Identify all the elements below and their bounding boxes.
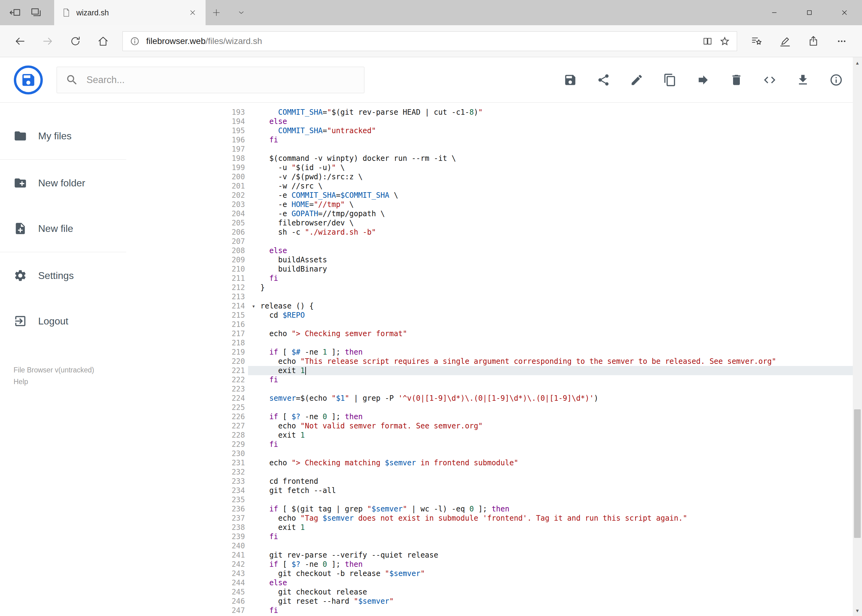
share-file-button[interactable]: [597, 73, 610, 87]
set-tabs-aside-button[interactable]: [8, 6, 22, 20]
code-line[interactable]: 201 -w //src \: [126, 181, 862, 191]
code-line[interactable]: 203 -e HOME="//tmp" \: [126, 200, 862, 209]
code-line[interactable]: 193 COMMIT_SHA="$(git rev-parse HEAD | c…: [126, 108, 862, 117]
tabs-set-aside-button[interactable]: [29, 6, 43, 20]
code-line[interactable]: 219 if [ $# -ne 1 ]; then: [126, 347, 862, 357]
code-line[interactable]: 245 git checkout release: [126, 588, 862, 597]
code-line[interactable]: 202 -e COMMIT_SHA=$COMMIT_SHA \: [126, 191, 862, 200]
help-link[interactable]: Help: [14, 376, 113, 388]
scrollbar-thumb[interactable]: [854, 409, 861, 538]
scroll-up-icon[interactable]: ▲: [853, 57, 862, 68]
code-line[interactable]: 239 fi: [126, 532, 862, 541]
save-button[interactable]: [564, 73, 577, 87]
scroll-down-icon[interactable]: ▼: [853, 605, 862, 616]
code-line[interactable]: 208 else: [126, 246, 862, 255]
hub-button[interactable]: [742, 30, 771, 53]
code-line[interactable]: 215 cd $REPO: [126, 311, 862, 320]
code-line[interactable]: 205 filebrowser/dev \: [126, 218, 862, 228]
sidebar-item-settings[interactable]: Settings: [0, 257, 126, 294]
page-scrollbar[interactable]: ▲ ▼: [853, 57, 862, 616]
code-line[interactable]: 207: [126, 237, 862, 246]
download-button[interactable]: [796, 73, 810, 87]
refresh-button[interactable]: [61, 30, 89, 53]
maximize-button[interactable]: [792, 0, 827, 25]
browser-tab[interactable]: wizard.sh: [54, 0, 206, 25]
tab-preview-toggle[interactable]: [232, 0, 251, 25]
code-view-button[interactable]: [763, 73, 777, 87]
reading-view-button[interactable]: [702, 35, 713, 47]
code-line[interactable]: 234 git fetch --all: [126, 486, 862, 495]
sidebar-item-logout[interactable]: Logout: [0, 303, 126, 339]
code-line[interactable]: 226 if [ $? -ne 0 ]; then: [126, 412, 862, 421]
code-line[interactable]: 246 git reset --hard "$semver": [126, 597, 862, 606]
new-tab-button[interactable]: [206, 0, 227, 25]
search-box[interactable]: Search...: [57, 67, 364, 93]
forward-button[interactable]: [34, 30, 61, 53]
close-button[interactable]: [827, 0, 862, 25]
rename-button[interactable]: [630, 73, 643, 87]
code-line[interactable]: 238 exit 1: [126, 523, 862, 532]
tab-close-icon[interactable]: [187, 7, 198, 18]
copy-button[interactable]: [663, 73, 677, 87]
code-line[interactable]: 232: [126, 467, 862, 477]
code-line[interactable]: 237 echo "Tag $semver does not exist in …: [126, 514, 862, 523]
code-line[interactable]: 209 buildAssets: [126, 255, 862, 264]
code-editor[interactable]: 193 COMMIT_SHA="$(git rev-parse HEAD | c…: [126, 103, 862, 616]
url-text[interactable]: filebrowser.web/files/wizard.sh: [146, 36, 696, 46]
fold-marker-icon[interactable]: ▾: [248, 302, 259, 311]
code-line[interactable]: 217 echo "> Checking semver format": [126, 329, 862, 338]
code-line[interactable]: 196 fi: [126, 135, 862, 145]
code-line[interactable]: 224 semver=$(echo "$1" | grep -P '^v(0|[…: [126, 394, 862, 403]
code-line[interactable]: 222 fi: [126, 375, 862, 384]
info-button[interactable]: [829, 73, 843, 87]
app-logo[interactable]: [14, 65, 43, 95]
code-line[interactable]: 214▾release () {: [126, 302, 862, 311]
code-line[interactable]: 195 COMMIT_SHA="untracked": [126, 126, 862, 135]
share-button-browser[interactable]: [799, 30, 827, 53]
home-button[interactable]: [89, 30, 117, 53]
code-line[interactable]: 243 git checkout -b release "$semver": [126, 569, 862, 578]
code-line[interactable]: 233 cd frontend: [126, 477, 862, 486]
code-line[interactable]: 242 if [ $? -ne 0 ]; then: [126, 560, 862, 569]
code-line[interactable]: 240: [126, 541, 862, 550]
code-line[interactable]: 229 fi: [126, 440, 862, 449]
code-line[interactable]: 218: [126, 338, 862, 347]
code-line[interactable]: 227 echo "Not valid semver format. See s…: [126, 421, 862, 431]
favorite-button[interactable]: [719, 35, 731, 47]
code-line[interactable]: 213: [126, 292, 862, 302]
code-line[interactable]: 198 $(command -v winpty) docker run --rm…: [126, 154, 862, 163]
code-line[interactable]: 200 -v /$(pwd):/src:z \: [126, 172, 862, 181]
address-bar[interactable]: filebrowser.web/files/wizard.sh: [123, 31, 737, 51]
code-line[interactable]: 221 exit 1: [126, 366, 862, 375]
code-line[interactable]: 231 echo "> Checking matching $semver in…: [126, 458, 862, 467]
code-line[interactable]: 244 else: [126, 578, 862, 588]
code-line[interactable]: 204 -e GOPATH=//tmp/gopath \: [126, 209, 862, 218]
sidebar-item-new-folder[interactable]: New folder: [0, 165, 126, 201]
code-line[interactable]: 199 -u "$(id -u)" \: [126, 163, 862, 172]
code-line[interactable]: 225: [126, 403, 862, 412]
code-line[interactable]: 211 fi: [126, 274, 862, 283]
code-line[interactable]: 228 exit 1: [126, 431, 862, 440]
code-line[interactable]: 212}: [126, 283, 862, 292]
code-line[interactable]: 236 if [ $(git tag | grep "$semver" | wc…: [126, 504, 862, 514]
sidebar-item-my-files[interactable]: My files: [0, 118, 126, 154]
delete-button[interactable]: [730, 73, 743, 87]
site-info-icon[interactable]: [129, 35, 141, 47]
sidebar-item-new-file[interactable]: New file: [0, 210, 126, 247]
code-line[interactable]: 206 sh -c "./wizard.sh -b": [126, 228, 862, 237]
minimize-button[interactable]: [757, 0, 792, 25]
code-line[interactable]: 197: [126, 145, 862, 154]
code-line[interactable]: 220 echo "This release script requires a…: [126, 357, 862, 366]
code-line[interactable]: 210 buildBinary: [126, 264, 862, 274]
more-button[interactable]: [827, 30, 856, 53]
code-line[interactable]: 230: [126, 449, 862, 458]
back-button[interactable]: [6, 30, 34, 53]
code-line[interactable]: 247 fi: [126, 606, 862, 615]
code-line[interactable]: 235: [126, 495, 862, 504]
move-button[interactable]: [697, 73, 710, 87]
code-line[interactable]: 223: [126, 384, 862, 394]
code-line[interactable]: 241 git rev-parse --verify --quiet relea…: [126, 550, 862, 560]
code-line[interactable]: 194 else: [126, 117, 862, 126]
web-note-button[interactable]: [771, 30, 799, 53]
code-line[interactable]: 216: [126, 320, 862, 329]
